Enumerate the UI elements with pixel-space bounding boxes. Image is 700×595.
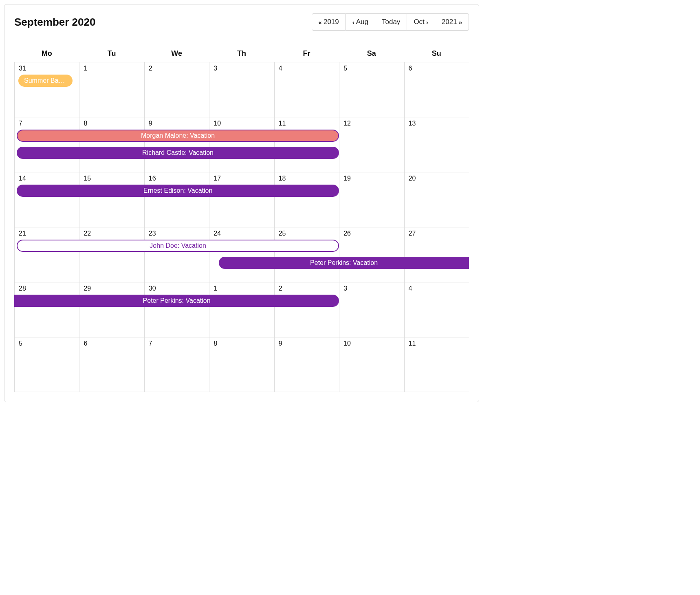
day-cell[interactable]: 10 <box>209 117 274 172</box>
day-cell[interactable]: 24 <box>209 227 274 282</box>
day-cell[interactable]: 7 <box>14 117 79 172</box>
week-row: 2829301234Peter Perkins: Vacation <box>14 282 469 337</box>
day-cell[interactable]: 27 <box>404 227 469 282</box>
day-cell[interactable]: 10 <box>339 337 404 392</box>
day-number: 27 <box>409 230 465 237</box>
day-cell[interactable]: 17 <box>209 172 274 227</box>
day-number: 26 <box>343 230 400 237</box>
day-cell[interactable]: 4 <box>404 282 469 337</box>
day-number: 13 <box>409 120 465 127</box>
day-of-week-header: Th <box>209 46 274 62</box>
day-cell[interactable]: 6 <box>404 62 469 117</box>
day-cell[interactable]: 1 <box>79 62 144 117</box>
day-cell[interactable]: 9 <box>274 337 339 392</box>
calendar-event[interactable]: Ernest Edison: Vacation <box>17 185 339 197</box>
day-cell[interactable]: 21 <box>14 227 79 282</box>
prev-year-button[interactable]: « 2019 <box>312 13 346 31</box>
next-month-label: Oct <box>414 18 424 26</box>
calendar-grid: MoTuWeThFrSaSu 31123456Summer Ban…789101… <box>14 46 469 392</box>
nav-button-group: « 2019 ‹ Aug Today Oct › 2021 » <box>312 13 469 31</box>
day-number: 29 <box>84 285 140 292</box>
week-row: 14151617181920Ernest Edison: Vacation <box>14 172 469 227</box>
page-title: September 2020 <box>14 16 95 29</box>
day-number: 4 <box>279 65 335 72</box>
day-number: 3 <box>214 65 270 72</box>
week-row: 21222324252627John Doe: VacationPeter Pe… <box>14 227 469 282</box>
weeks-container: 31123456Summer Ban…78910111213Morgan Mal… <box>14 62 469 392</box>
day-number: 2 <box>149 65 205 72</box>
day-number: 28 <box>19 285 75 292</box>
day-of-week-header: Sa <box>339 46 404 62</box>
day-cell[interactable]: 2 <box>274 282 339 337</box>
day-cell[interactable]: 26 <box>339 227 404 282</box>
day-cell[interactable]: 23 <box>144 227 209 282</box>
day-cell[interactable]: 28 <box>14 282 79 337</box>
day-cell[interactable]: 25 <box>274 227 339 282</box>
prev-month-button[interactable]: ‹ Aug <box>346 13 375 31</box>
next-year-button[interactable]: 2021 » <box>435 13 469 31</box>
day-cell[interactable]: 11 <box>274 117 339 172</box>
day-cell[interactable]: 31 <box>14 62 79 117</box>
day-cell[interactable]: 11 <box>404 337 469 392</box>
day-cell[interactable]: 7 <box>144 337 209 392</box>
day-cell[interactable]: 14 <box>14 172 79 227</box>
day-cell[interactable]: 12 <box>339 117 404 172</box>
chevron-double-left-icon: « <box>319 19 322 25</box>
day-cell[interactable]: 3 <box>209 62 274 117</box>
day-cell[interactable]: 15 <box>79 172 144 227</box>
day-cell[interactable]: 20 <box>404 172 469 227</box>
week-row: 78910111213Morgan Malone: VacationRichar… <box>14 117 469 172</box>
day-number: 10 <box>343 340 400 347</box>
day-cell[interactable]: 19 <box>339 172 404 227</box>
day-cell[interactable]: 16 <box>144 172 209 227</box>
day-number: 9 <box>149 120 205 127</box>
today-label: Today <box>382 18 400 26</box>
calendar-event[interactable]: Peter Perkins: Vacation <box>219 257 469 269</box>
day-cell[interactable]: 6 <box>79 337 144 392</box>
day-number: 4 <box>409 285 465 292</box>
today-button[interactable]: Today <box>375 13 407 31</box>
week-row: 567891011 <box>14 337 469 392</box>
day-cell[interactable]: 1 <box>209 282 274 337</box>
chevron-left-icon: ‹ <box>352 19 354 25</box>
day-cell[interactable]: 3 <box>339 282 404 337</box>
day-cell[interactable]: 22 <box>79 227 144 282</box>
day-cell[interactable]: 29 <box>79 282 144 337</box>
day-number: 10 <box>214 120 270 127</box>
day-number: 6 <box>84 340 140 347</box>
calendar-event[interactable]: Peter Perkins: Vacation <box>14 295 339 307</box>
week-row: 31123456Summer Ban… <box>14 62 469 117</box>
day-number: 23 <box>149 230 205 237</box>
day-cell[interactable]: 13 <box>404 117 469 172</box>
day-cell[interactable]: 2 <box>144 62 209 117</box>
day-of-week-header: Tu <box>79 46 144 62</box>
day-cell[interactable]: 30 <box>144 282 209 337</box>
day-cell[interactable]: 5 <box>339 62 404 117</box>
day-number: 17 <box>214 175 270 182</box>
day-number: 1 <box>214 285 270 292</box>
prev-month-label: Aug <box>356 18 368 26</box>
day-number: 7 <box>19 120 75 127</box>
day-number: 1 <box>84 65 140 72</box>
day-number: 8 <box>214 340 270 347</box>
calendar-event[interactable]: Summer Ban… <box>18 75 73 87</box>
day-cell[interactable]: 8 <box>79 117 144 172</box>
chevron-double-right-icon: » <box>459 19 462 25</box>
day-number: 12 <box>343 120 400 127</box>
next-month-button[interactable]: Oct › <box>407 13 435 31</box>
next-year-label: 2021 <box>442 18 457 26</box>
day-of-week-header: Mo <box>14 46 79 62</box>
day-cell[interactable]: 8 <box>209 337 274 392</box>
calendar-event[interactable]: Morgan Malone: Vacation <box>17 130 339 142</box>
day-cell[interactable]: 4 <box>274 62 339 117</box>
day-of-week-header: Fr <box>274 46 339 62</box>
day-number: 22 <box>84 230 140 237</box>
day-cell[interactable]: 5 <box>14 337 79 392</box>
calendar-event[interactable]: John Doe: Vacation <box>17 240 339 252</box>
day-cell[interactable]: 18 <box>274 172 339 227</box>
day-cell[interactable]: 9 <box>144 117 209 172</box>
day-number: 20 <box>409 175 465 182</box>
calendar-card: September 2020 « 2019 ‹ Aug Today Oct › … <box>4 4 479 402</box>
calendar-event[interactable]: Richard Castle: Vacation <box>17 147 339 159</box>
day-number: 11 <box>409 340 465 347</box>
